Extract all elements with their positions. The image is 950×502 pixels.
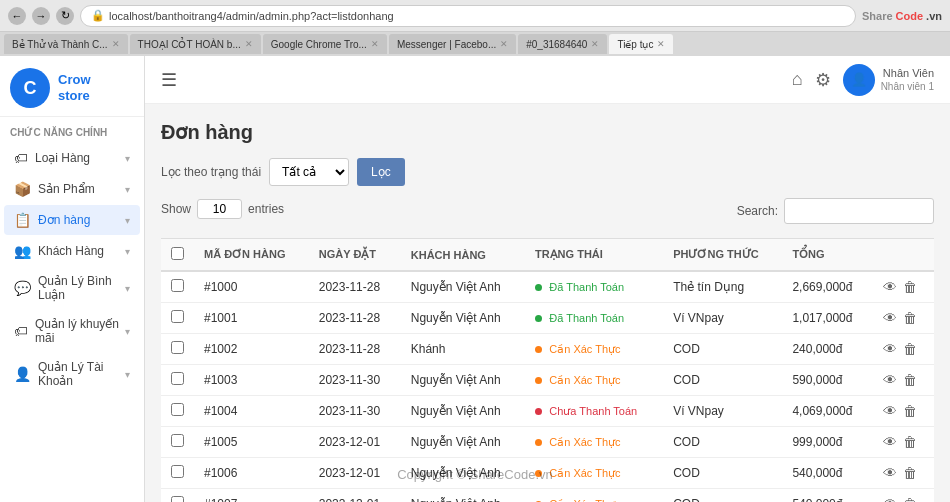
view-btn-1[interactable]: 👁 bbox=[883, 310, 897, 326]
view-btn-4[interactable]: 👁 bbox=[883, 403, 897, 419]
status-badge: Cần Xác Thực bbox=[549, 467, 620, 479]
home-icon[interactable]: ⌂ bbox=[792, 69, 803, 90]
settings-icon[interactable]: ⚙ bbox=[815, 69, 831, 91]
cell-customer: Nguyễn Việt Anh bbox=[401, 271, 525, 303]
tab-2[interactable]: THOẠI CỎT HOÀN b... ✕ bbox=[130, 34, 261, 54]
row-checkbox-cell bbox=[161, 396, 194, 427]
select-all-checkbox[interactable] bbox=[171, 247, 184, 260]
cell-method: COD bbox=[663, 427, 782, 458]
browser-bar: ← → ↻ 🔒 localhost/banthoitrang4/admin/ad… bbox=[0, 0, 950, 32]
tab-close-2[interactable]: ✕ bbox=[245, 39, 253, 49]
col-checkbox bbox=[161, 239, 194, 272]
row-checkbox-4[interactable] bbox=[171, 403, 184, 416]
sidebar-item-binhluan[interactable]: 💬 Quản Lý Bình Luận ▾ bbox=[4, 267, 140, 309]
tab-1[interactable]: Bẻ Thử và Thành C... ✕ bbox=[4, 34, 128, 54]
delete-btn-0[interactable]: 🗑 bbox=[903, 279, 917, 295]
nav-refresh-btn[interactable]: ↻ bbox=[56, 7, 74, 25]
search-input[interactable] bbox=[784, 198, 934, 224]
delete-btn-7[interactable]: 🗑 bbox=[903, 496, 917, 502]
cell-total: 540,000đ bbox=[782, 458, 873, 489]
nav-back-btn[interactable]: ← bbox=[8, 7, 26, 25]
sidebar-item-khuyenmai[interactable]: 🏷 Quản lý khuyến mãi ▾ bbox=[4, 310, 140, 352]
table-row: #1007 2023-12-01 Nguyễn Việt Anh Cần Xác… bbox=[161, 489, 934, 503]
view-btn-0[interactable]: 👁 bbox=[883, 279, 897, 295]
col-ngay-dat: NGÀY ĐẶT bbox=[309, 239, 401, 272]
table-row: #1003 2023-11-30 Nguyễn Việt Anh Cần Xác… bbox=[161, 365, 934, 396]
view-btn-2[interactable]: 👁 bbox=[883, 341, 897, 357]
tab-4[interactable]: Messenger | Facebo... ✕ bbox=[389, 34, 516, 54]
table-header-row: MÃ ĐƠN HÀNG NGÀY ĐẶT KHÁCH HÀNG TRẠNG TH… bbox=[161, 239, 934, 272]
cell-status: Cần Xác Thực bbox=[525, 458, 663, 489]
account-icon: 👤 bbox=[14, 366, 31, 382]
box-icon: 📦 bbox=[14, 181, 31, 197]
tab-6-active[interactable]: Tiếp tục ✕ bbox=[609, 34, 673, 54]
tab-close-4[interactable]: ✕ bbox=[500, 39, 508, 49]
delete-btn-5[interactable]: 🗑 bbox=[903, 434, 917, 450]
delete-btn-4[interactable]: 🗑 bbox=[903, 403, 917, 419]
sidebar-label-taikhoan: Quản Lý Tài Khoản bbox=[38, 360, 125, 388]
cell-method: Thẻ tín Dụng bbox=[663, 271, 782, 303]
cell-actions: 👁 🗑 bbox=[873, 334, 934, 365]
row-checkbox-5[interactable] bbox=[171, 434, 184, 447]
col-actions bbox=[873, 239, 934, 272]
row-checkbox-2[interactable] bbox=[171, 341, 184, 354]
filter-select[interactable]: Tất cả bbox=[269, 158, 349, 186]
sidebar-item-khachhang[interactable]: 👥 Khách Hàng ▾ bbox=[4, 236, 140, 266]
cell-status: Đã Thanh Toán bbox=[525, 271, 663, 303]
filter-button[interactable]: Lọc bbox=[357, 158, 405, 186]
tab-close-5[interactable]: ✕ bbox=[591, 39, 599, 49]
cell-date: 2023-11-28 bbox=[309, 334, 401, 365]
delete-btn-6[interactable]: 🗑 bbox=[903, 465, 917, 481]
delete-btn-2[interactable]: 🗑 bbox=[903, 341, 917, 357]
page-body: Đơn hàng Lọc theo trạng thái Tất cả Lọc … bbox=[145, 104, 950, 502]
row-checkbox-6[interactable] bbox=[171, 465, 184, 478]
cell-order-id: #1007 bbox=[194, 489, 309, 503]
status-badge: Đã Thanh Toán bbox=[549, 281, 624, 293]
show-label: Show bbox=[161, 202, 191, 216]
cell-order-id: #1005 bbox=[194, 427, 309, 458]
view-btn-7[interactable]: 👁 bbox=[883, 496, 897, 502]
cell-date: 2023-12-01 bbox=[309, 458, 401, 489]
sidebar-item-taikhoan[interactable]: 👤 Quản Lý Tài Khoản ▾ bbox=[4, 353, 140, 395]
row-checkbox-cell bbox=[161, 334, 194, 365]
tab-close-3[interactable]: ✕ bbox=[371, 39, 379, 49]
cell-actions: 👁 🗑 bbox=[873, 396, 934, 427]
delete-btn-3[interactable]: 🗑 bbox=[903, 372, 917, 388]
tab-close-6[interactable]: ✕ bbox=[657, 39, 665, 49]
url-bar[interactable]: 🔒 localhost/banthoitrang4/admin/admin.ph… bbox=[80, 5, 856, 27]
logo-text: Crow store bbox=[58, 72, 91, 103]
hamburger-icon[interactable]: ☰ bbox=[161, 69, 177, 91]
view-btn-3[interactable]: 👁 bbox=[883, 372, 897, 388]
row-checkbox-1[interactable] bbox=[171, 310, 184, 323]
view-btn-5[interactable]: 👁 bbox=[883, 434, 897, 450]
cell-customer: Nguyễn Việt Anh bbox=[401, 396, 525, 427]
sidebar-item-loaihang[interactable]: 🏷 Loại Hàng ▾ bbox=[4, 143, 140, 173]
sidebar-label-loaihang: Loại Hàng bbox=[35, 151, 90, 165]
tab-close-1[interactable]: ✕ bbox=[112, 39, 120, 49]
url-text: localhost/banthoitrang4/admin/admin.php?… bbox=[109, 10, 845, 22]
promo-icon: 🏷 bbox=[14, 323, 28, 339]
view-btn-6[interactable]: 👁 bbox=[883, 465, 897, 481]
cell-method: COD bbox=[663, 334, 782, 365]
sidebar-logo: C Crow store bbox=[0, 56, 144, 117]
nav-forward-btn[interactable]: → bbox=[32, 7, 50, 25]
chevron-icon-1: ▾ bbox=[125, 153, 130, 164]
sidebar-item-sanpham[interactable]: 📦 Sản Phẩm ▾ bbox=[4, 174, 140, 204]
entries-label: entries bbox=[248, 202, 284, 216]
row-checkbox-cell bbox=[161, 271, 194, 303]
cell-total: 240,000đ bbox=[782, 334, 873, 365]
sidebar: C Crow store CHỨC NĂNG CHÍNH 🏷 Loại Hàng… bbox=[0, 56, 145, 502]
delete-btn-1[interactable]: 🗑 bbox=[903, 310, 917, 326]
sidebar-item-donhang[interactable]: 📋 Đơn hàng ▾ bbox=[4, 205, 140, 235]
cell-order-id: #1002 bbox=[194, 334, 309, 365]
tab-5[interactable]: #0_31684640 ✕ bbox=[518, 34, 607, 54]
entries-input[interactable] bbox=[197, 199, 242, 219]
table-row: #1006 2023-12-01 Nguyễn Việt Anh Cần Xác… bbox=[161, 458, 934, 489]
row-checkbox-3[interactable] bbox=[171, 372, 184, 385]
row-checkbox-7[interactable] bbox=[171, 496, 184, 502]
cell-total: 590,000đ bbox=[782, 365, 873, 396]
cell-status: Đã Thanh Toán bbox=[525, 303, 663, 334]
tab-3[interactable]: Google Chrome Tro... ✕ bbox=[263, 34, 387, 54]
row-checkbox-0[interactable] bbox=[171, 279, 184, 292]
cell-actions: 👁 🗑 bbox=[873, 458, 934, 489]
